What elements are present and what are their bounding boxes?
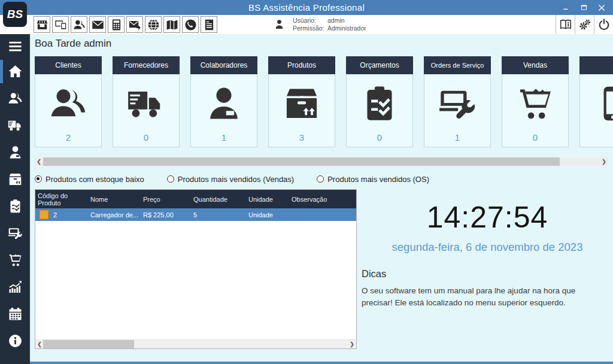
card-fornecedores[interactable]: Fornecedores 0 — [113, 56, 180, 147]
titlebar: BS Assistência Professional — [0, 0, 613, 15]
card-title: Ap — [579, 56, 613, 74]
filter-best-sellers-sales[interactable]: Produtos mais vendidos (Vendas) — [167, 175, 294, 184]
card-count: 3 — [299, 132, 304, 147]
map-button[interactable] — [163, 16, 180, 33]
sidebar-item-suppliers[interactable] — [0, 112, 30, 139]
cell-price: R$ 225,00 — [141, 211, 191, 219]
calculator-icon — [110, 19, 123, 31]
sidebar-item-budgets[interactable] — [0, 193, 30, 220]
sidebar-item-employees[interactable] — [0, 139, 30, 166]
sidebar-item-info[interactable] — [0, 327, 30, 354]
sidebar-item-service-orders[interactable] — [0, 220, 30, 247]
suppliers-truck-icon — [8, 118, 23, 133]
col-observacao[interactable]: Observação — [289, 190, 355, 208]
settings-gears-icon — [578, 18, 591, 31]
sidebar-item-calendar[interactable] — [0, 301, 30, 327]
cart-icon — [516, 74, 554, 132]
people-button[interactable] — [71, 16, 87, 33]
truck-icon — [127, 74, 165, 132]
table-row[interactable]: 2 Carregador de... R$ 225,00 5 Unidade — [35, 208, 356, 221]
main-content: Boa Tarde admin Clientes 2 Fornecedores … — [30, 34, 613, 362]
store-button[interactable] — [34, 16, 50, 33]
card-title: Fornecedores — [113, 56, 180, 74]
manual-button[interactable] — [556, 15, 575, 34]
card-title: Produtos — [268, 56, 335, 74]
card-produtos[interactable]: Produtos 3 — [268, 56, 335, 147]
scrollbar-thumb[interactable] — [43, 340, 134, 348]
scroll-right-arrow[interactable]: ❯ — [348, 340, 356, 348]
col-preco[interactable]: Preço — [141, 190, 191, 208]
card-orcamentos[interactable]: Orçamentos 0 — [346, 56, 413, 147]
manual-book-icon — [559, 18, 572, 31]
col-quantidade[interactable]: Quantidade — [191, 190, 246, 208]
products-box-icon — [8, 172, 23, 187]
dashboard-cards: Clientes 2 Fornecedores 0 Colaboradores … — [35, 56, 613, 147]
row-color-swatch — [40, 210, 48, 219]
user-info: Usúario: admin Permissão: Administrador — [274, 15, 366, 34]
menu-icon — [7, 38, 23, 54]
devices-button[interactable] — [52, 16, 69, 33]
sales-cart-icon — [8, 253, 23, 268]
clients-icon — [8, 91, 23, 106]
sidebar-item-sales[interactable] — [0, 247, 30, 274]
sidebar-menu-button[interactable] — [0, 34, 30, 58]
card-count: 1 — [455, 132, 460, 147]
product-filters: Produtos com estoque baixo Produtos mais… — [35, 174, 613, 184]
permission-label: Permissão: — [293, 25, 327, 32]
filter-low-stock[interactable]: Produtos com estoque baixo — [35, 175, 144, 184]
maximize-button[interactable] — [576, 1, 591, 14]
user-label: Usúario: — [293, 17, 327, 25]
card-count: 0 — [144, 132, 148, 147]
scroll-left-arrow[interactable]: ❮ — [35, 340, 44, 348]
scroll-right-arrow[interactable]: ❯ — [600, 157, 608, 166]
sidebar-item-products[interactable] — [0, 166, 30, 193]
home-icon — [8, 64, 23, 79]
whatsapp-button[interactable] — [182, 16, 199, 33]
card-count: 0 — [533, 132, 538, 147]
cell-unit: Unidade — [246, 211, 289, 219]
greeting-text: Boa Tarde admin — [35, 38, 613, 52]
people-icon — [73, 19, 86, 31]
products-table: Código do Produto Nome Preço Quantidade … — [35, 189, 357, 349]
card-title: Clientes — [35, 56, 102, 74]
card-title: Vendas — [502, 56, 569, 74]
clock-time: 14:27:54 — [362, 200, 613, 235]
col-codigo[interactable]: Código do Produto — [35, 190, 88, 208]
card-aparelhos[interactable]: Ap — [579, 56, 613, 147]
cell-name: Carregador de... — [88, 211, 141, 219]
card-clientes[interactable]: Clientes 2 — [35, 56, 102, 147]
card-title: Orders de Serviço — [424, 56, 491, 74]
tips-title: Dicas — [362, 268, 613, 280]
col-nome[interactable]: Nome — [88, 190, 141, 208]
settings-button[interactable] — [575, 15, 594, 34]
budgets-clipboard-icon — [8, 199, 23, 214]
mail-send-icon — [129, 19, 141, 31]
card-orders-servico[interactable]: Orders de Serviço 1 — [424, 56, 491, 147]
list-button[interactable] — [201, 16, 217, 33]
mail-send-button[interactable] — [126, 16, 143, 33]
power-button[interactable] — [594, 15, 613, 34]
cell-code: 2 — [53, 211, 57, 219]
card-colaboradores[interactable]: Colaboradores 1 — [190, 56, 257, 147]
sidebar-item-home[interactable] — [0, 58, 30, 85]
close-button[interactable] — [594, 1, 609, 14]
table-horizontal-scrollbar[interactable]: ❮ ❯ — [35, 339, 356, 348]
filter-best-sellers-os[interactable]: Produtos mais vendidos (OS) — [317, 175, 429, 184]
card-count: 1 — [221, 132, 226, 147]
info-icon — [8, 333, 23, 348]
clipboard-check-icon — [360, 74, 399, 132]
cards-horizontal-scrollbar[interactable]: ❮ ❯ — [35, 157, 608, 166]
globe-button[interactable] — [145, 16, 162, 33]
sidebar-item-reports[interactable] — [0, 274, 30, 301]
card-title: Orçamentos — [346, 56, 413, 74]
calculator-button[interactable] — [108, 16, 125, 33]
col-unidade[interactable]: Unidade — [246, 190, 289, 208]
scroll-left-arrow[interactable]: ❮ — [35, 157, 43, 166]
cell-quantity: 5 — [191, 211, 246, 219]
mail-button[interactable] — [89, 16, 106, 33]
sidebar-item-clients[interactable] — [0, 85, 30, 112]
card-vendas[interactable]: Vendas 0 — [502, 56, 569, 147]
card-title: Colaboradores — [190, 56, 257, 74]
scrollbar-thumb[interactable] — [43, 157, 560, 166]
minimize-button[interactable] — [558, 1, 573, 14]
